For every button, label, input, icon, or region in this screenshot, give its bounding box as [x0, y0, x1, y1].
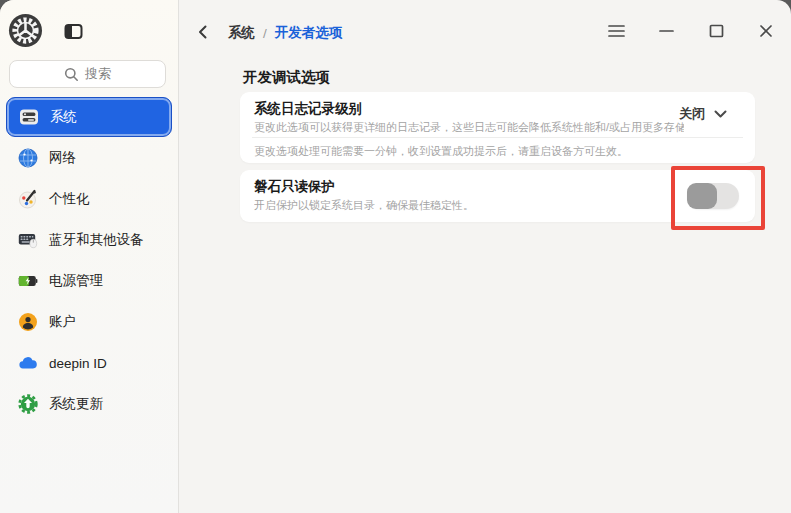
sidebar-item-label: 系统更新 [49, 395, 103, 413]
chevron-down-icon [714, 110, 727, 118]
sidebar-item-label: 网络 [49, 149, 76, 167]
sidebar-item-bluetooth-devices[interactable]: 蓝牙和其他设备 [6, 220, 172, 260]
hamburger-menu-icon [608, 24, 625, 38]
control-center-window: 搜索 系统 [0, 0, 791, 513]
sidebar-item-label: deepin ID [49, 356, 107, 371]
search-input[interactable]: 搜索 [9, 60, 166, 88]
sidebar: 搜索 系统 [0, 0, 179, 513]
sidebar-header [0, 0, 178, 56]
sidebar-item-network[interactable]: 网络 [6, 138, 172, 178]
log-level-description: 更改此选项可以获得更详细的日志记录，这些日志可能会降低系统性能和/或占用更多存储… [254, 120, 684, 135]
sidebar-nav: 系统 网络 [6, 97, 172, 425]
sidebar-item-system-update[interactable]: 系统更新 [6, 384, 172, 424]
log-level-dropdown-value: 关闭 [679, 105, 705, 123]
toggle-knob [687, 183, 717, 209]
accounts-icon [18, 312, 38, 332]
personalization-icon [18, 189, 38, 209]
page-title: 开发调试选项 [243, 68, 330, 87]
minimize-button[interactable] [655, 20, 677, 42]
sidebar-item-label: 系统 [50, 108, 77, 126]
card-divider [252, 137, 743, 138]
sidebar-item-power[interactable]: 电源管理 [6, 261, 172, 301]
sidebar-item-label: 电源管理 [49, 272, 103, 290]
readonly-protection-title: 磐石只读保护 [254, 178, 741, 196]
readonly-protection-row: 磐石只读保护 开启保护以锁定系统目录，确保最佳稳定性。 [240, 170, 755, 213]
window-controls [605, 20, 783, 42]
system-icon [19, 107, 39, 127]
sidebar-collapse-icon[interactable] [64, 22, 83, 41]
sidebar-item-system[interactable]: 系统 [6, 97, 172, 137]
devices-icon [18, 230, 38, 250]
log-level-footnote: 更改选项处理可能需要一分钟，收到设置成功提示后，请重启设备方可生效。 [254, 144, 741, 158]
breadcrumb: 系统 / 开发者选项 [228, 24, 342, 42]
sidebar-item-accounts[interactable]: 账户 [6, 302, 172, 342]
log-level-dropdown[interactable]: 关闭 [679, 105, 727, 123]
log-level-row: 系统日志记录级别 更改此选项可以获得更详细的日志记录，这些日志可能会降低系统性能… [240, 92, 755, 135]
updates-icon [18, 394, 38, 414]
control-center-logo-icon [8, 13, 43, 48]
menu-button[interactable] [605, 20, 627, 42]
network-icon [18, 148, 38, 168]
breadcrumb-separator: / [263, 26, 267, 41]
sidebar-item-deepin-id[interactable]: deepin ID [6, 343, 172, 383]
close-button[interactable] [755, 20, 777, 42]
minimize-icon [659, 24, 674, 38]
sidebar-item-label: 蓝牙和其他设备 [49, 231, 144, 249]
maximize-button[interactable] [705, 20, 727, 42]
deepin-id-icon [18, 353, 38, 373]
back-button[interactable] [194, 23, 212, 41]
log-level-card: 系统日志记录级别 更改此选项可以获得更详细的日志记录，这些日志可能会降低系统性能… [240, 92, 755, 163]
power-icon [18, 271, 38, 291]
readonly-protection-description: 开启保护以锁定系统目录，确保最佳稳定性。 [254, 198, 684, 213]
breadcrumb-parent[interactable]: 系统 [228, 24, 255, 42]
readonly-protection-toggle[interactable] [687, 183, 739, 209]
sidebar-item-label: 个性化 [49, 190, 90, 208]
search-placeholder: 搜索 [85, 65, 111, 83]
search-icon [64, 67, 79, 82]
sidebar-item-label: 账户 [49, 313, 76, 331]
close-icon [759, 24, 773, 38]
sidebar-item-personalization[interactable]: 个性化 [6, 179, 172, 219]
maximize-icon [709, 24, 724, 38]
main-area: 系统 / 开发者选项 [180, 0, 791, 513]
log-level-title: 系统日志记录级别 [254, 100, 741, 118]
readonly-protection-card: 磐石只读保护 开启保护以锁定系统目录，确保最佳稳定性。 [240, 170, 755, 222]
breadcrumb-current: 开发者选项 [275, 24, 343, 42]
